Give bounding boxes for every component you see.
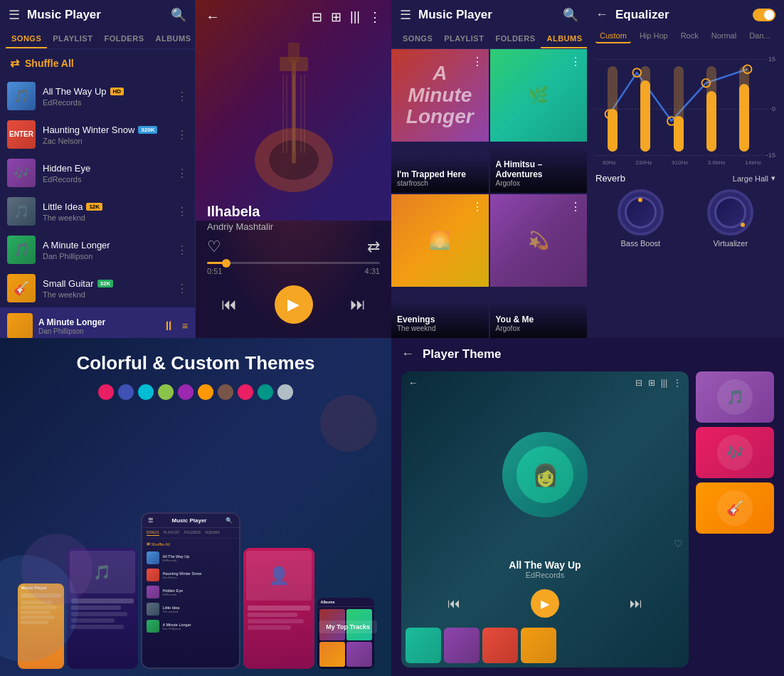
pt-play-button[interactable]: ▶ <box>531 589 559 618</box>
tab-folders[interactable]: FOLDERS <box>98 30 149 48</box>
next-button[interactable]: ⏭ <box>350 295 366 314</box>
pt-eq-icon[interactable]: ||| <box>661 378 667 388</box>
preset-more[interactable]: Dan... <box>745 29 774 43</box>
bass-boost-knob[interactable] <box>618 189 664 236</box>
albums-search-icon[interactable]: 🔍 <box>563 7 578 23</box>
album-card-3[interactable]: 🌅 Evenings The weeknd ⋮ <box>391 194 489 338</box>
song-name-5: A Minute Longer <box>43 240 169 250</box>
pause-button[interactable]: ⏸ <box>162 319 175 334</box>
play-button[interactable]: ▶ <box>275 285 313 324</box>
tab-songs[interactable]: SONGS <box>6 30 47 48</box>
album-card-4[interactable]: 💫 You & Me Argofox ⋮ <box>490 194 588 338</box>
song-item-5[interactable]: 🎵 A Minute Longer Dan Phillipson ⋮ <box>0 231 195 269</box>
pt-back-button[interactable]: ← <box>401 347 414 361</box>
song-item-6[interactable]: 🎸 Small Guitar 32K The weeknd ⋮ <box>0 269 195 307</box>
song-more-4[interactable]: ⋮ <box>176 205 188 218</box>
pt-heart-icon[interactable]: ♡ <box>674 538 683 549</box>
eq-back-button[interactable]: ← <box>595 7 608 22</box>
shuffle-all-row[interactable]: ⇄ Shuffle All <box>0 49 195 77</box>
album-card-1[interactable]: A MinuteLonger I'm Trapped Here starfros… <box>391 49 489 193</box>
pt-side-item-3[interactable]: 🎸 <box>696 482 774 534</box>
eq-toggle[interactable] <box>753 9 775 21</box>
pt-thumb-3[interactable] <box>482 628 518 663</box>
pt-side-item-1[interactable]: 🎵 <box>696 371 774 423</box>
song-thumb-4: 🎵 <box>7 197 36 226</box>
pt-filter-icon[interactable]: ⊟ <box>635 378 642 388</box>
song-item-1[interactable]: 🎵 All The Way Up HD EdRecords ⋮ <box>0 77 195 115</box>
chevron-down-icon: ▾ <box>771 174 775 183</box>
eq-bar-60hz <box>603 66 623 152</box>
phone-mock-yellow: Music Player <box>18 583 64 669</box>
album-more-1[interactable]: ⋮ <box>472 55 483 68</box>
pt-thumb-1[interactable] <box>406 628 441 663</box>
albums-tab-songs[interactable]: SONGS <box>397 30 438 48</box>
song-item-2[interactable]: ENTER Haunting Winter Snow 320K Zac Nels… <box>0 115 195 154</box>
swatch-2[interactable] <box>118 384 134 400</box>
pt-next-button[interactable]: ⏭ <box>630 596 642 611</box>
album-more-3[interactable]: ⋮ <box>472 200 483 213</box>
heart-icon[interactable]: ♡ <box>207 238 221 256</box>
album-more-4[interactable]: ⋮ <box>570 200 581 213</box>
swap-icon[interactable]: ⇄ <box>367 238 380 256</box>
tab-albums[interactable]: ALBUMS <box>149 30 196 48</box>
equalizer-icon[interactable]: ||| <box>350 9 360 25</box>
swatch-8[interactable] <box>238 384 253 400</box>
tab-playlist[interactable]: PLAYLIST <box>47 30 98 48</box>
swatch-7[interactable] <box>218 384 233 400</box>
swatch-5[interactable] <box>178 384 194 400</box>
virtualizer-knob[interactable] <box>707 189 753 236</box>
now-playing-thumb <box>7 313 33 338</box>
song-info-1: All The Way Up HD EdRecords <box>43 86 169 107</box>
pt-prev-button[interactable]: ⏮ <box>447 596 460 611</box>
search-icon[interactable]: 🔍 <box>171 7 186 23</box>
songs-header: ☰ Music Player 🔍 <box>0 0 195 30</box>
album-name-4: You & Me <box>496 315 582 324</box>
previous-button[interactable]: ⏮ <box>221 295 237 314</box>
reverb-label: Reverb <box>595 173 625 184</box>
song-more-1[interactable]: ⋮ <box>176 90 188 103</box>
songs-panel: ☰ Music Player 🔍 SONGS PLAYLIST FOLDERS … <box>0 0 196 338</box>
swatch-1[interactable] <box>98 384 114 400</box>
pt-side-item-2[interactable]: 🎶 <box>696 427 774 478</box>
swatch-6[interactable] <box>198 384 213 400</box>
bass-boost-knob-group: Bass Boost <box>618 189 664 248</box>
albums-menu-icon[interactable]: ☰ <box>400 7 411 23</box>
song-info-6: Small Guitar 32K The weeknd <box>43 278 169 299</box>
bass-boost-label: Bass Boost <box>620 239 660 248</box>
album-card-2[interactable]: 🌿 A Himitsu – Adventures Argofox ⋮ <box>490 49 588 193</box>
playlist-icon[interactable]: ⊞ <box>331 9 341 25</box>
preset-custom[interactable]: Custom <box>595 29 631 43</box>
phone-mock-purple: 🎵 <box>67 548 138 669</box>
pt-thumb-4[interactable] <box>521 628 556 663</box>
themes-panel: Colorful & Custom Themes Music Player <box>0 338 391 676</box>
song-item-4[interactable]: 🎵 Little Idea 12K The weeknd ⋮ <box>0 192 195 231</box>
pt-thumb-2[interactable] <box>444 628 480 663</box>
reverb-select[interactable]: Large Hall ▾ <box>733 174 775 183</box>
eq-bars-wrap <box>595 52 761 152</box>
swatch-4[interactable] <box>158 384 174 400</box>
swatch-9[interactable] <box>258 384 273 400</box>
albums-tab-folders[interactable]: FOLDERS <box>489 30 541 48</box>
song-item-3[interactable]: 🎶 Hidden Eye EdRecords ⋮ <box>0 154 195 192</box>
swatch-10[interactable] <box>277 384 293 400</box>
swatch-3[interactable] <box>138 384 154 400</box>
preset-normal[interactable]: Normal <box>707 29 741 43</box>
song-more-3[interactable]: ⋮ <box>176 167 188 180</box>
menu-icon[interactable]: ☰ <box>9 7 20 23</box>
progress-bar[interactable]: 0:51 4:31 <box>207 262 380 275</box>
pt-more-icon[interactable]: ⋮ <box>673 378 682 388</box>
pt-playlist-icon[interactable]: ⊞ <box>648 378 655 388</box>
queue-icon[interactable]: ≡ <box>182 320 188 332</box>
pt-screen-back[interactable]: ← <box>408 377 418 389</box>
preset-rock[interactable]: Rock <box>677 29 703 43</box>
song-more-6[interactable]: ⋮ <box>176 282 188 295</box>
preset-hiphop[interactable]: Hip Hop <box>635 29 672 43</box>
song-more-5[interactable]: ⋮ <box>176 243 188 257</box>
back-button[interactable]: ← <box>206 9 220 25</box>
song-more-2[interactable]: ⋮ <box>176 128 188 142</box>
filter-icon[interactable]: ⊟ <box>312 9 322 25</box>
album-more-2[interactable]: ⋮ <box>570 55 581 68</box>
more-icon[interactable]: ⋮ <box>369 9 381 25</box>
albums-tab-playlist[interactable]: PLAYLIST <box>438 30 489 48</box>
albums-tab-albums[interactable]: ALBUMS <box>541 30 587 48</box>
